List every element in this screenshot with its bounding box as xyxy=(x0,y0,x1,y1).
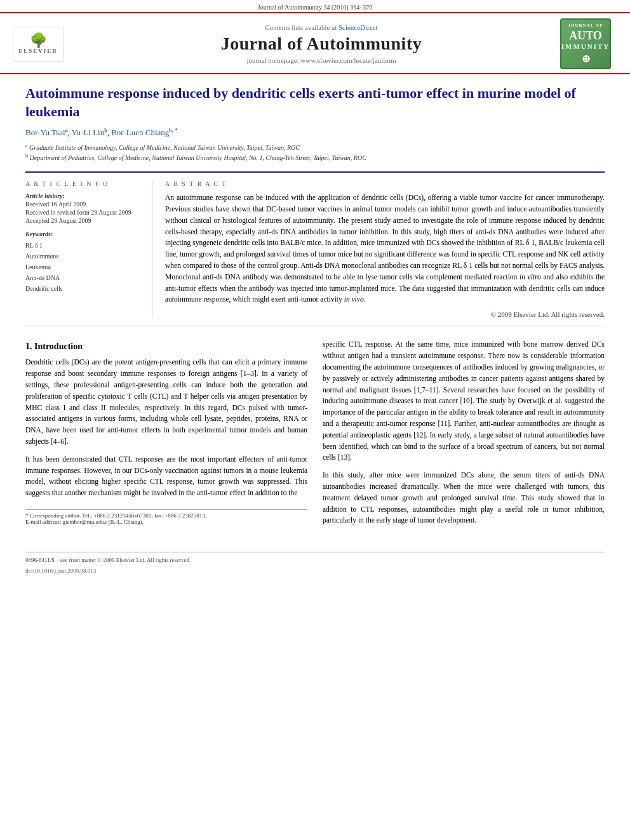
elsevier-wordmark: ELSEVIER xyxy=(18,48,58,54)
email-author-note: (B.-L. Chiang). xyxy=(109,519,144,525)
article-info-heading: A R T I C L E I N F O xyxy=(25,180,142,187)
abstract-column: A B S T R A C T An autoimmune response c… xyxy=(165,180,605,318)
footer-divider: 0896-8411/$ – see front matter © 2009 El… xyxy=(25,552,605,574)
article-history-label: Article history: xyxy=(25,192,142,199)
info-abstract-section: A R T I C L E I N F O Article history: R… xyxy=(25,171,605,326)
body-right-col: specific CTL response. At the same time,… xyxy=(323,339,605,533)
logo-title: JOURNAL OF xyxy=(568,23,603,28)
author-email[interactable]: gicmbor@ntu.edu.t xyxy=(62,519,107,525)
received-date: Received 16 April 2009 xyxy=(25,201,142,208)
keyword-5: Dendritic cells xyxy=(25,283,142,294)
keyword-3: Leukemia xyxy=(25,262,142,272)
sciencedirect-link[interactable]: ScienceDirect xyxy=(338,23,378,31)
article-info-column: A R T I C L E I N F O Article history: R… xyxy=(25,180,152,318)
intro-heading: 1. Introduction xyxy=(25,342,307,352)
keywords-label: Keywords: xyxy=(25,230,142,237)
author-yulilin: Yu-Li Lin xyxy=(72,128,105,138)
copyright-notice: © 2009 Elsevier Ltd. All rights reserved… xyxy=(165,310,605,318)
intro-para2: It has been demonstrated that CTL respon… xyxy=(25,454,307,499)
intro-para4: In this study, after mice were immunized… xyxy=(323,470,605,526)
email-label: E-mail address: xyxy=(25,519,61,525)
affiliation-a: a Graduate Institute of Immunology, Coll… xyxy=(25,142,605,152)
footer-issn: 0896-8411/$ – see front matter © 2009 El… xyxy=(25,556,605,565)
main-content: Autoimmune response induced by dendritic… xyxy=(0,74,630,587)
abstract-body: An autoimmune response can be induced wi… xyxy=(165,192,605,305)
footer-doi: doi:10.1016/j.jaut.2009.08.013 xyxy=(25,568,605,574)
authors-line: Bor-Yu Tsaia, Yu-Li Linb, Bor-Luen Chian… xyxy=(25,127,605,138)
intro-para3: specific CTL response. At the same time,… xyxy=(323,339,605,463)
article-title: Autoimmune response induced by dendritic… xyxy=(25,84,605,121)
banner-center: Contents lists available at ScienceDirec… xyxy=(83,23,560,64)
autoimmunity-logo: JOURNAL OF AUTO IMMUNITY ⊕ xyxy=(560,18,611,69)
journal-title: Journal of Autoimmunity xyxy=(83,34,560,54)
journal-homepage: journal homepage: www.elsevier.com/locat… xyxy=(83,57,560,64)
elsevier-tree-icon: 🌳 xyxy=(30,34,47,48)
corresponding-footnote: * Corresponding author. Tel.: +886 2 231… xyxy=(25,509,307,525)
keyword-1: RL δ 1 xyxy=(25,240,142,251)
sciencedirect-line: Contents lists available at ScienceDirec… xyxy=(83,23,560,31)
autoimmunity-logo-area: JOURNAL OF AUTO IMMUNITY ⊕ xyxy=(560,18,617,69)
affiliation-b: b Department of Pediatrics, College of M… xyxy=(25,152,605,163)
body-section: 1. Introduction Dendritic cells (DCs) ar… xyxy=(25,339,605,533)
elsevier-logo: 🌳 ELSEVIER xyxy=(13,27,83,62)
affiliations: a Graduate Institute of Immunology, Coll… xyxy=(25,142,605,163)
keyword-2: Autoimmune xyxy=(25,251,142,262)
journal-banner: 🌳 ELSEVIER Contents lists available at S… xyxy=(0,12,630,74)
revised-date: Received in revised form 29 August 2009 xyxy=(25,209,142,216)
accepted-date: Accepted 29 August 2009 xyxy=(25,217,142,224)
logo-circle-icon: ⊕ xyxy=(582,53,590,65)
logo-auto: AUTO xyxy=(569,29,602,43)
intro-para1: Dendritic cells (DCs) are the potent ant… xyxy=(25,357,307,448)
author-borluen: Bor-Luen Chiang xyxy=(111,128,169,138)
journal-ref: Journal of Autoimmunity 34 (2010) 364–37… xyxy=(0,0,630,12)
logo-immunity: IMMUNITY xyxy=(561,43,610,50)
author-boryutsai: Bor-Yu Tsai xyxy=(25,128,65,138)
abstract-heading: A B S T R A C T xyxy=(165,180,605,187)
body-left-col: 1. Introduction Dendritic cells (DCs) ar… xyxy=(25,339,307,533)
keyword-4: Anti-ds DNA xyxy=(25,272,142,283)
